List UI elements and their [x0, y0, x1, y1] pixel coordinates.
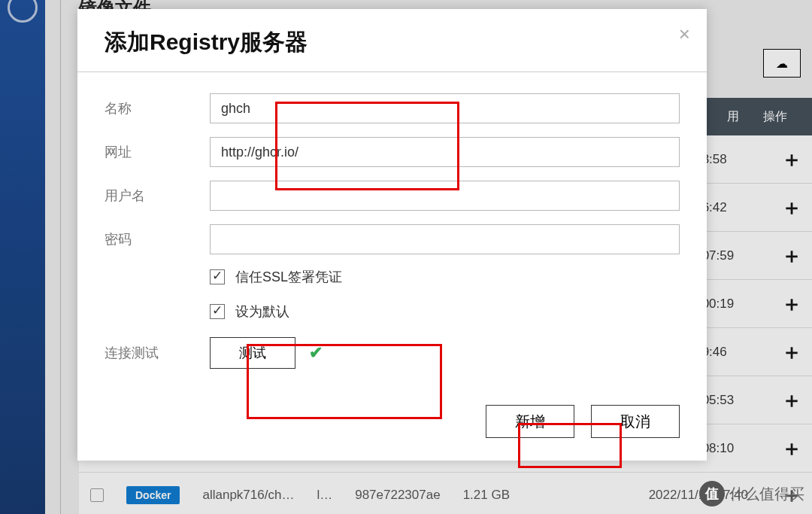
test-button[interactable]: 测试: [210, 337, 295, 369]
trust-ssl-checkbox[interactable]: [210, 269, 225, 284]
watermark-logo-icon: 值: [699, 481, 725, 506]
label-conn-test: 连接测试: [105, 344, 210, 362]
close-icon[interactable]: ×: [679, 24, 690, 44]
check-icon: ✔: [309, 343, 323, 363]
add-button[interactable]: 新增: [486, 405, 574, 438]
set-default-label: 设为默认: [235, 303, 289, 321]
label-name: 名称: [105, 99, 210, 117]
divider: [77, 71, 707, 72]
trust-ssl-label: 信任SSL签署凭证: [235, 268, 342, 286]
add-registry-modal: × 添加Registry服务器 名称 网址 用户名 密码 信任SSL签署凭证 设…: [77, 9, 707, 461]
url-input[interactable]: [210, 137, 680, 167]
password-input[interactable]: [210, 224, 680, 254]
modal-title: 添加Registry服务器: [105, 27, 680, 71]
cancel-button[interactable]: 取消: [591, 405, 680, 438]
watermark: 值 什么值得买: [699, 481, 804, 506]
watermark-text: 什么值得买: [729, 484, 804, 504]
label-url: 网址: [105, 143, 210, 161]
label-username: 用户名: [105, 187, 210, 205]
name-input[interactable]: [210, 93, 680, 123]
label-password: 密码: [105, 230, 210, 248]
set-default-checkbox[interactable]: [210, 304, 225, 319]
username-input[interactable]: [210, 181, 680, 211]
